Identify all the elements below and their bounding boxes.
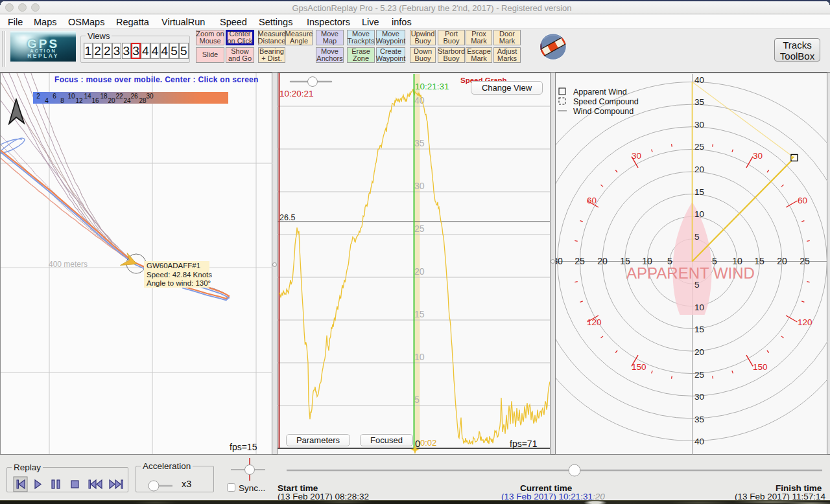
- svg-text:25: 25: [575, 256, 585, 266]
- svg-text:25: 25: [694, 370, 704, 380]
- svg-text:0:02: 0:02: [420, 438, 436, 448]
- svg-text:fps=71: fps=71: [510, 439, 538, 449]
- svg-text:10: 10: [694, 303, 704, 312]
- svg-text:30: 30: [694, 120, 704, 130]
- svg-text:30: 30: [753, 151, 763, 161]
- svg-text:30: 30: [694, 392, 704, 402]
- svg-text:150: 150: [753, 362, 768, 372]
- svg-text:30: 30: [556, 256, 563, 266]
- svg-text:150: 150: [632, 362, 646, 372]
- svg-text:25: 25: [800, 256, 810, 266]
- svg-text:20: 20: [777, 256, 787, 266]
- svg-text:30: 30: [632, 151, 641, 161]
- svg-text:15: 15: [414, 309, 425, 319]
- svg-text:Apparent Wind: Apparent Wind: [573, 87, 627, 96]
- svg-text:26.5: 26.5: [279, 213, 295, 222]
- svg-text:25: 25: [414, 223, 425, 234]
- svg-text:10: 10: [414, 352, 425, 362]
- svg-text:35: 35: [694, 97, 704, 107]
- svg-text:120: 120: [798, 317, 812, 327]
- svg-text:35: 35: [414, 138, 425, 148]
- svg-text:15: 15: [694, 325, 704, 334]
- svg-text:Wind Compound: Wind Compound: [573, 106, 634, 115]
- svg-text:5: 5: [414, 395, 420, 405]
- svg-text:40: 40: [694, 437, 704, 446]
- svg-text:20: 20: [694, 165, 704, 174]
- svg-text:20: 20: [694, 347, 704, 357]
- svg-text:10:21:31: 10:21:31: [415, 82, 449, 91]
- svg-text:25: 25: [694, 142, 704, 152]
- svg-text:60: 60: [798, 196, 807, 205]
- svg-text:30: 30: [414, 181, 425, 191]
- svg-text:20: 20: [597, 256, 608, 266]
- svg-text:20: 20: [414, 266, 425, 277]
- svg-text:10: 10: [694, 209, 704, 219]
- svg-text:35: 35: [694, 415, 704, 424]
- svg-text:15: 15: [694, 187, 704, 197]
- svg-text:120: 120: [587, 317, 602, 327]
- svg-text:40: 40: [694, 75, 704, 85]
- svg-text:10:20:21: 10:20:21: [279, 89, 314, 98]
- svg-text:5: 5: [694, 232, 700, 242]
- svg-text:APPARENT WIND: APPARENT WIND: [626, 264, 755, 282]
- svg-text:60: 60: [587, 196, 597, 205]
- svg-text:15: 15: [754, 256, 765, 266]
- svg-text:Speed Compound: Speed Compound: [573, 97, 639, 106]
